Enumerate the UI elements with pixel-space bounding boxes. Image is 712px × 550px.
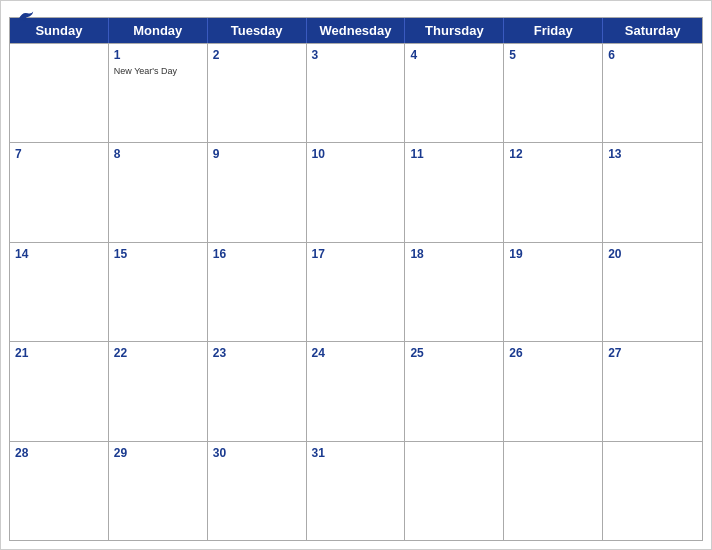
calendar-weeks: 1New Year's Day2345678910111213141516171… [10, 43, 702, 540]
week-row-5: 28293031 [10, 441, 702, 540]
day-cell-3: 3 [307, 44, 406, 142]
logo-area [17, 9, 37, 23]
day-number: 21 [15, 345, 103, 362]
holiday-label: New Year's Day [114, 66, 202, 78]
day-number: 2 [213, 47, 301, 64]
day-header-friday: Friday [504, 18, 603, 43]
day-number: 13 [608, 146, 697, 163]
day-number: 9 [213, 146, 301, 163]
week-row-4: 21222324252627 [10, 341, 702, 440]
day-cell-19: 19 [504, 243, 603, 341]
day-cell-28: 28 [10, 442, 109, 540]
day-cell-31: 31 [307, 442, 406, 540]
day-header-monday: Monday [109, 18, 208, 43]
day-cell-20: 20 [603, 243, 702, 341]
day-cell-empty [10, 44, 109, 142]
day-cell-empty [405, 442, 504, 540]
week-row-2: 78910111213 [10, 142, 702, 241]
day-cell-9: 9 [208, 143, 307, 241]
day-number: 1 [114, 47, 202, 64]
day-number: 28 [15, 445, 103, 462]
logo-blue-area [17, 9, 37, 23]
day-number: 23 [213, 345, 301, 362]
day-number: 8 [114, 146, 202, 163]
calendar-grid: SundayMondayTuesdayWednesdayThursdayFrid… [9, 17, 703, 541]
day-header-thursday: Thursday [405, 18, 504, 43]
day-number: 25 [410, 345, 498, 362]
day-number: 6 [608, 47, 697, 64]
calendar-header [1, 1, 711, 17]
day-number: 18 [410, 246, 498, 263]
day-cell-empty [504, 442, 603, 540]
day-cell-27: 27 [603, 342, 702, 440]
day-cell-empty [603, 442, 702, 540]
day-cell-29: 29 [109, 442, 208, 540]
day-number: 11 [410, 146, 498, 163]
day-cell-18: 18 [405, 243, 504, 341]
day-header-wednesday: Wednesday [307, 18, 406, 43]
day-header-tuesday: Tuesday [208, 18, 307, 43]
day-headers-row: SundayMondayTuesdayWednesdayThursdayFrid… [10, 18, 702, 43]
day-number: 12 [509, 146, 597, 163]
day-cell-21: 21 [10, 342, 109, 440]
week-row-1: 1New Year's Day23456 [10, 43, 702, 142]
day-number: 14 [15, 246, 103, 263]
day-number: 29 [114, 445, 202, 462]
day-number: 26 [509, 345, 597, 362]
day-number: 19 [509, 246, 597, 263]
day-cell-11: 11 [405, 143, 504, 241]
day-cell-7: 7 [10, 143, 109, 241]
calendar-page: SundayMondayTuesdayWednesdayThursdayFrid… [0, 0, 712, 550]
day-cell-17: 17 [307, 243, 406, 341]
day-number: 4 [410, 47, 498, 64]
day-number: 3 [312, 47, 400, 64]
day-cell-14: 14 [10, 243, 109, 341]
day-number: 10 [312, 146, 400, 163]
day-cell-6: 6 [603, 44, 702, 142]
day-number: 17 [312, 246, 400, 263]
day-cell-4: 4 [405, 44, 504, 142]
day-cell-8: 8 [109, 143, 208, 241]
day-cell-26: 26 [504, 342, 603, 440]
day-cell-22: 22 [109, 342, 208, 440]
day-number: 24 [312, 345, 400, 362]
day-number: 20 [608, 246, 697, 263]
day-cell-5: 5 [504, 44, 603, 142]
day-number: 16 [213, 246, 301, 263]
day-cell-25: 25 [405, 342, 504, 440]
day-cell-16: 16 [208, 243, 307, 341]
day-number: 22 [114, 345, 202, 362]
day-cell-10: 10 [307, 143, 406, 241]
day-cell-24: 24 [307, 342, 406, 440]
day-cell-13: 13 [603, 143, 702, 241]
day-cell-1: 1New Year's Day [109, 44, 208, 142]
day-header-saturday: Saturday [603, 18, 702, 43]
day-cell-15: 15 [109, 243, 208, 341]
day-cell-23: 23 [208, 342, 307, 440]
day-cell-30: 30 [208, 442, 307, 540]
day-number: 7 [15, 146, 103, 163]
day-number: 5 [509, 47, 597, 64]
day-number: 15 [114, 246, 202, 263]
week-row-3: 14151617181920 [10, 242, 702, 341]
day-number: 31 [312, 445, 400, 462]
logo-bird-icon [17, 9, 35, 23]
day-cell-2: 2 [208, 44, 307, 142]
day-cell-12: 12 [504, 143, 603, 241]
day-number: 27 [608, 345, 697, 362]
day-number: 30 [213, 445, 301, 462]
